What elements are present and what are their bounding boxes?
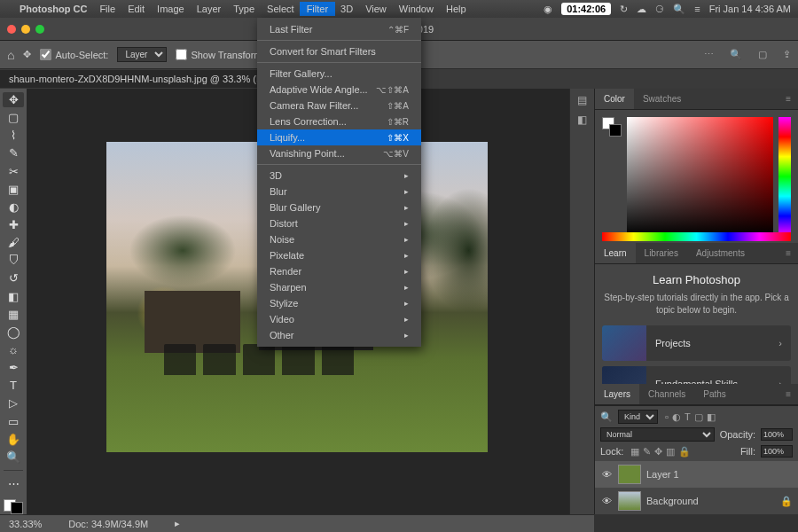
menu-item-lens-correction[interactable]: Lens Correction...⇧⌘R <box>257 113 421 129</box>
menu-item-other[interactable]: Other▸ <box>257 327 421 343</box>
learn-item-projects[interactable]: Projects › <box>602 325 791 361</box>
menu-item-pixelate[interactable]: Pixelate▸ <box>257 247 421 263</box>
type-tool[interactable]: T <box>3 378 24 393</box>
panel-menu-icon[interactable]: ≡ <box>778 384 798 404</box>
healing-tool[interactable]: ✚ <box>3 217 24 232</box>
menu-file[interactable]: File <box>99 4 115 14</box>
history-icon[interactable]: ▤ <box>577 94 587 106</box>
dodge-tool[interactable]: ☼ <box>3 342 24 357</box>
brush-tool[interactable]: 🖌 <box>3 235 24 250</box>
tab-channels[interactable]: Channels <box>639 384 694 404</box>
history-brush-tool[interactable]: ↺ <box>3 270 24 286</box>
doc-size-readout[interactable]: Doc: 34.9M/34.9M <box>68 519 148 529</box>
status-chevron-icon[interactable]: ▸ <box>175 518 180 529</box>
spotlight-icon[interactable]: 🔍 <box>673 4 685 15</box>
opacity-input[interactable] <box>761 428 793 441</box>
workspace-icon[interactable]: ▢ <box>758 49 767 60</box>
lasso-tool[interactable]: ⌇ <box>3 128 24 143</box>
hand-tool[interactable]: ✋ <box>3 432 24 447</box>
menu-item-blur-gallery[interactable]: Blur Gallery▸ <box>257 200 421 215</box>
visibility-icon[interactable]: 👁 <box>600 469 613 480</box>
learn-item-fundamentals[interactable]: Fundamental Skills › <box>602 366 791 384</box>
blend-mode-select[interactable]: Normal <box>600 427 715 442</box>
layer-name[interactable]: Layer 1 <box>646 469 679 480</box>
menu-item-noise[interactable]: Noise▸ <box>257 231 421 247</box>
menu-item-liquify[interactable]: Liquify...⇧⌘X <box>257 129 421 145</box>
menu-item-sharpen[interactable]: Sharpen▸ <box>257 279 421 295</box>
hue-slider[interactable] <box>778 117 791 236</box>
path-select-tool[interactable]: ▷ <box>3 395 24 411</box>
menu-item-render[interactable]: Render▸ <box>257 263 421 279</box>
auto-select-toggle[interactable]: Auto-Select: <box>40 49 108 60</box>
tab-layers[interactable]: Layers <box>595 384 639 404</box>
tab-paths[interactable]: Paths <box>694 384 735 404</box>
shape-tool[interactable]: ▭ <box>3 414 24 429</box>
menu-edit[interactable]: Edit <box>128 4 145 14</box>
fg-bg-swatch[interactable] <box>602 117 622 137</box>
tab-learn[interactable]: Learn <box>595 243 636 263</box>
color-swatches[interactable] <box>4 499 23 514</box>
menu-item-blur[interactable]: Blur▸ <box>257 184 421 200</box>
properties-icon[interactable]: ◧ <box>577 113 587 126</box>
menu-item-adaptive-wide-angle[interactable]: Adaptive Wide Angle...⌥⇧⌘A <box>257 82 421 98</box>
tab-swatches[interactable]: Swatches <box>634 89 690 109</box>
timer[interactable]: 01:42:06 <box>561 3 611 15</box>
close-window[interactable] <box>7 25 16 34</box>
menu-item-stylize[interactable]: Stylize▸ <box>257 295 421 311</box>
menu-window[interactable]: Window <box>399 4 434 14</box>
control-center-icon[interactable]: ≡ <box>694 4 700 14</box>
home-icon[interactable]: ⌂ <box>7 48 14 62</box>
share-icon[interactable]: ⇪ <box>783 49 791 60</box>
color-field[interactable] <box>627 117 773 236</box>
cc-icon[interactable]: ☁ <box>637 4 646 15</box>
menu-filter[interactable]: Filter <box>300 2 335 16</box>
layer-name[interactable]: Background <box>646 496 699 506</box>
camera-icon[interactable]: ◉ <box>544 4 552 15</box>
stamp-tool[interactable]: ⛉ <box>3 253 24 268</box>
filter-kind-select[interactable]: Kind <box>618 410 658 424</box>
panel-menu-icon[interactable]: ≡ <box>778 89 798 109</box>
menu-item-smart-filters[interactable]: Convert for Smart Filters <box>257 43 421 59</box>
more-options-icon[interactable]: ⋯ <box>704 49 714 60</box>
search-icon[interactable]: 🔍 <box>730 49 742 60</box>
minimize-window[interactable] <box>21 25 30 34</box>
clock[interactable]: Fri Jan 14 4:36 AM <box>709 4 791 14</box>
edit-toolbar[interactable]: ⋯ <box>3 476 24 491</box>
menu-image[interactable]: Image <box>157 4 184 14</box>
marquee-tool[interactable]: ▢ <box>3 110 24 125</box>
pen-tool[interactable]: ✒ <box>3 360 24 375</box>
app-name[interactable]: Photoshop CC <box>20 4 87 14</box>
menu-item-camera-raw[interactable]: Camera Raw Filter...⇧⌘A <box>257 98 421 113</box>
tab-color[interactable]: Color <box>595 89 634 109</box>
layer-row[interactable]: 👁 Background 🔒 <box>595 488 798 514</box>
wifi-icon[interactable]: ⚆ <box>655 4 664 15</box>
menu-type[interactable]: Type <box>233 4 254 14</box>
blur-tool[interactable]: ◯ <box>3 325 24 340</box>
menu-item-filter-gallery[interactable]: Filter Gallery... <box>257 66 421 82</box>
menu-layer[interactable]: Layer <box>197 4 222 14</box>
menu-item-video[interactable]: Video▸ <box>257 311 421 327</box>
menu-item-distort[interactable]: Distort▸ <box>257 215 421 231</box>
move-tool[interactable]: ✥ <box>3 92 24 107</box>
eraser-tool[interactable]: ◧ <box>3 289 24 304</box>
zoom-window[interactable] <box>35 25 44 34</box>
spectrum-strip[interactable] <box>602 232 791 241</box>
menu-3d[interactable]: 3D <box>340 4 353 14</box>
menu-view[interactable]: View <box>365 4 387 14</box>
sync-icon[interactable]: ↻ <box>620 4 628 15</box>
move-tool-icon[interactable]: ✥ <box>23 49 31 60</box>
panel-menu-icon[interactable]: ≡ <box>778 243 798 263</box>
zoom-readout[interactable]: 33.33% <box>9 519 42 529</box>
crop-tool[interactable]: ✂ <box>3 164 24 179</box>
eyedropper-tool[interactable]: ◐ <box>3 200 24 215</box>
tab-libraries[interactable]: Libraries <box>636 243 687 263</box>
tab-adjustments[interactable]: Adjustments <box>687 243 754 263</box>
fill-input[interactable] <box>761 445 793 458</box>
menu-help[interactable]: Help <box>446 4 466 14</box>
menu-item-vanishing-point[interactable]: Vanishing Point...⌥⌘V <box>257 145 421 161</box>
menu-item-3d[interactable]: 3D▸ <box>257 168 421 184</box>
lock-icons[interactable]: ▦✎✥▥🔒 <box>629 446 692 458</box>
auto-select-target[interactable]: Layer <box>117 47 167 62</box>
quick-select-tool[interactable]: ✎ <box>3 145 24 160</box>
zoom-tool[interactable]: 🔍 <box>3 450 24 465</box>
